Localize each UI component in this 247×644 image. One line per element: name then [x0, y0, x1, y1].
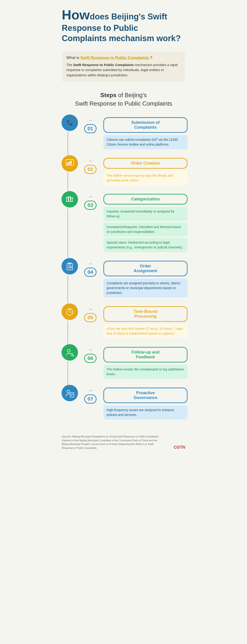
definition-question-before: What is [66, 56, 80, 60]
step-right-06: Follow-up andFeedback The hotline revisi… [101, 344, 187, 380]
footer: Sources: Beijing Municipal Regulations o… [55, 430, 192, 454]
step-middle-02: → 02 [80, 155, 101, 174]
step-label-03: Categorization [103, 194, 187, 204]
step-04: → 04 OrderAssignment Complaints are assi… [60, 258, 187, 299]
step-right-04: OrderAssignment Complaints are assigned … [101, 258, 187, 299]
step-icon-circle-04 [62, 258, 78, 274]
step-left-07 [60, 385, 80, 401]
step-icon-circle-07 [62, 385, 78, 401]
step-right-02: Order Creation The hotline service agenc… [101, 155, 187, 186]
header-title: Howdoes Beijing's Swift Response to Publ… [62, 7, 185, 44]
step-icon-circle-01: 📞 [62, 114, 78, 131]
info-box: Special cases: Redirected according to l… [103, 238, 187, 252]
arrow-icon-01: → [88, 117, 93, 123]
step-label-02: Order Creation [103, 158, 187, 169]
step-left-05 [60, 304, 80, 320]
step-middle-03: → 03 [80, 191, 101, 210]
step-01: 📞 → 01 Submission ofComplaints Citizens … [60, 114, 187, 150]
svg-rect-6 [66, 197, 68, 202]
step-left-01: 📞 [60, 114, 80, 131]
step-left-02 [60, 155, 80, 172]
arrow-icon-03: → [88, 194, 93, 200]
info-box: High-frequency issues are analyzed to en… [103, 406, 187, 420]
step-right-03: Categorization Inquiries: Answered immed… [101, 191, 187, 254]
definition-question-highlight: Swift Response to Public Complaints [80, 56, 149, 60]
step-middle-07: → 07 [80, 385, 101, 404]
step-06: → 06 Follow-up andFeedback The hotline r… [60, 344, 187, 380]
arrow-icon-05: → [88, 306, 93, 312]
definition-text: The Swift Response to Public Complaints … [66, 62, 181, 78]
definition-box: What is Swift Response to Public Complai… [62, 52, 185, 82]
step-number-box-05: 05 [84, 313, 97, 322]
step-02: → 02 Order Creation The hotline service … [60, 155, 187, 186]
vertical-line-1 [68, 172, 68, 191]
info-box: Complaints are assigned precisely to str… [103, 278, 187, 298]
vertical-line-2 [68, 208, 68, 258]
arrow-icon-07: → [88, 388, 93, 394]
step-icon-circle-05 [62, 304, 78, 320]
info-box: Inquiries: Answered immediately or assig… [103, 207, 187, 221]
footer-source: Sources: Beijing Municipal Regulations o… [62, 435, 161, 450]
vertical-line-5 [68, 361, 68, 385]
info-box: The hotline revisits the complainants to… [103, 365, 187, 379]
steps-section: Steps of Beijing'sSwift Response to Publ… [55, 89, 192, 430]
step-middle-06: → 06 [80, 344, 101, 363]
svg-point-22 [68, 350, 70, 352]
footer-logo: CGTN [174, 445, 185, 450]
step-05: → 05 Time-BoundProcessing A four-tier ti… [60, 304, 187, 340]
step-left-04 [60, 258, 80, 274]
svg-rect-8 [71, 198, 73, 202]
steps-container: 📞 → 01 Submission ofComplaints Citizens … [60, 114, 187, 421]
header: Howdoes Beijing's Swift Response to Publ… [55, 0, 192, 49]
step-label-07: ProactiveGovernance [103, 388, 187, 403]
step-number-box-02: 02 [84, 165, 97, 174]
svg-point-25 [67, 390, 70, 393]
definition-question-after: ? [149, 56, 152, 60]
definition-bold: Swift Response to Public Complaints [73, 63, 134, 67]
svg-text:📞: 📞 [67, 120, 73, 126]
arrow-icon-02: → [88, 158, 93, 164]
step-number-box-07: 07 [84, 394, 97, 404]
step-number-box-04: 04 [84, 268, 97, 277]
step-icon-circle-06 [62, 344, 78, 360]
page: Howdoes Beijing's Swift Response to Publ… [55, 0, 192, 454]
svg-rect-7 [69, 196, 70, 202]
step-07: → 07 ProactiveGovernance High-frequency … [60, 385, 187, 421]
step-right-05: Time-BoundProcessing A four-tier time li… [101, 304, 187, 340]
info-box: The hotline service agency logs the deta… [103, 171, 187, 185]
vertical-line-0 [68, 132, 68, 155]
step-left-06 [60, 344, 80, 360]
info-box: Citizens can submit complaints 24/7 via … [103, 135, 187, 149]
info-box: Complaints/Requests: Classified and dire… [103, 222, 187, 236]
step-icon-circle-02 [62, 155, 78, 172]
steps-title: Steps of Beijing'sSwift Response to Publ… [60, 91, 187, 108]
step-03: → 03 Categorization Inquiries: Answered … [60, 191, 187, 254]
step-label-01: Submission ofComplaints [103, 117, 187, 133]
svg-line-24 [73, 355, 74, 356]
arrow-icon-04: → [88, 261, 93, 267]
vertical-line-3 [68, 275, 68, 304]
step-label-06: Follow-up andFeedback [103, 347, 187, 362]
step-middle-04: → 04 [80, 258, 101, 277]
step-middle-05: → 05 [80, 304, 101, 322]
step-right-01: Submission ofComplaints Citizens can sub… [101, 114, 187, 150]
steps-title-bold: Steps [100, 92, 117, 98]
step-middle-01: → 01 [80, 114, 101, 133]
step-label-05: Time-BoundProcessing [103, 306, 187, 322]
step-number-box-03: 03 [84, 201, 97, 210]
step-icon-circle-03 [62, 191, 78, 208]
header-how: How [62, 7, 90, 22]
arrow-icon-06: → [88, 347, 93, 353]
definition-question: What is Swift Response to Public Complai… [66, 56, 181, 60]
info-box: A four-tier time limit system (2 hours, … [103, 324, 187, 338]
step-label-04: OrderAssignment [103, 261, 187, 276]
step-number-box-01: 01 [84, 124, 97, 133]
vertical-line-4 [68, 321, 68, 344]
step-number-box-06: 06 [84, 354, 97, 363]
step-right-07: ProactiveGovernance High-frequency issue… [101, 385, 187, 421]
step-left-03 [60, 191, 80, 208]
